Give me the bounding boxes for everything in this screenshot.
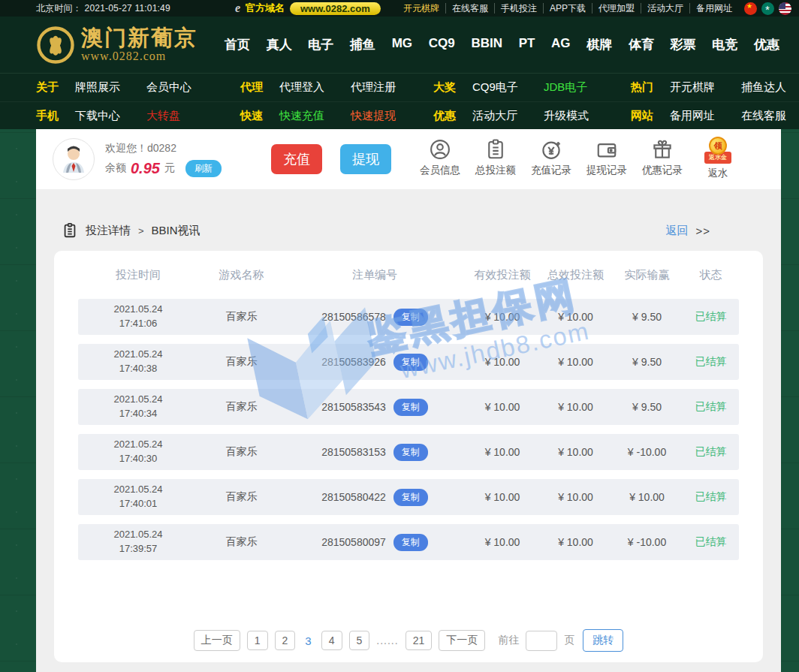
subnav-link[interactable]: 升级模式 (544, 109, 615, 123)
page-button[interactable]: 上一页 (194, 630, 240, 651)
page-button[interactable]: 1 (247, 631, 268, 650)
total-bets-link[interactable]: 总投注额 (468, 138, 523, 180)
topbar-link[interactable]: 手机投注 (494, 3, 543, 14)
gift-icon (651, 138, 674, 161)
total-bet-amount: ¥ 10.00 (540, 446, 611, 458)
deposit-button[interactable]: 充值 (271, 144, 322, 174)
main-nav-item[interactable]: BBIN (471, 36, 502, 53)
domain-pill[interactable]: www.0282.com (290, 2, 381, 15)
withdraw-record-link[interactable]: 提现记录 (579, 138, 635, 180)
table-body: 2021.05.2417:41:06 百家乐 28150586578 复制 ¥ … (78, 299, 739, 560)
main-nav-item[interactable]: 优惠 (754, 36, 779, 53)
topbar-link[interactable]: 备用网址 (689, 3, 738, 14)
copy-button[interactable]: 复制 (393, 399, 428, 416)
table-row: 2021.05.2417:39:57 百家乐 28150580097 复制 ¥ … (78, 524, 739, 560)
main-nav-item[interactable]: AG (551, 36, 571, 53)
main-nav-item[interactable]: 棋牌 (586, 36, 612, 53)
yen-coin-icon (540, 138, 562, 161)
main-nav-item[interactable]: 彩票 (671, 36, 696, 53)
subnav-link[interactable]: 代理登入 (279, 80, 351, 95)
copy-button[interactable]: 复制 (393, 444, 428, 461)
member-info-link[interactable]: 会员信息 (412, 138, 468, 180)
total-bet-amount: ¥ 10.00 (540, 401, 611, 413)
page-button[interactable]: 21 (406, 631, 433, 650)
main-nav-item[interactable]: 电子 (308, 36, 333, 53)
table-header-cell: 投注时间 (78, 268, 198, 282)
subnav-group: 大奖CQ9电子JDB电子 (433, 80, 631, 95)
secondary-navigation: 关于牌照展示会员中心代理代理登入代理注册大奖CQ9电子JDB电子热门开元棋牌捕鱼… (0, 73, 799, 129)
valid-bet-amount: ¥ 10.00 (465, 356, 540, 368)
win-loss-amount: ¥ 9.50 (611, 401, 683, 413)
subnav-link[interactable]: 开元棋牌 (670, 80, 741, 95)
topbar-link[interactable]: APP下载 (543, 3, 592, 14)
win-loss-amount: ¥ 9.50 (611, 311, 683, 323)
site-logo[interactable]: 澳门新葡京 www.0282.com (36, 26, 197, 65)
user-account-bar: 欢迎您！d0282 余额 0.95 元 刷新 充值 提现 会员信息 总投注额 充… (36, 129, 781, 189)
bet-time: 2021.05.2417:40:34 (78, 393, 198, 421)
copy-button[interactable]: 复制 (393, 534, 428, 551)
topbar-link[interactable]: 开元棋牌 (397, 3, 445, 14)
main-nav-item[interactable]: 体育 (629, 36, 654, 53)
page-button[interactable]: ...... (376, 634, 398, 646)
main-nav-item[interactable]: 真人 (267, 36, 292, 53)
valid-bet-amount: ¥ 10.00 (465, 311, 540, 323)
order-number: 28150586578 (321, 311, 386, 323)
copy-button[interactable]: 复制 (393, 309, 428, 326)
topbar-links: 开元棋牌在线客服手机投注APP下载代理加盟活动大厅备用网址 (397, 2, 738, 15)
subnav-link[interactable]: 备用网址 (670, 109, 741, 123)
main-nav-item[interactable]: PT (519, 36, 535, 53)
page-button[interactable]: 5 (349, 631, 370, 650)
topbar-link[interactable]: 代理加盟 (592, 3, 641, 14)
main-nav-item[interactable]: MG (392, 36, 412, 53)
subnav-link[interactable]: CQ9电子 (472, 80, 544, 95)
subnav-tag: 快速 (240, 109, 279, 123)
usa-flag-icon[interactable] (779, 2, 791, 15)
table-row: 2021.05.2417:41:06 百家乐 28150586578 复制 ¥ … (78, 299, 739, 335)
main-nav-item[interactable]: 电竞 (712, 36, 737, 53)
subnav-link[interactable]: 牌照展示 (75, 80, 146, 95)
subnav-link[interactable]: 下载中心 (75, 109, 146, 123)
macau-flag-icon[interactable] (761, 2, 774, 15)
breadcrumb-current: BBIN视讯 (152, 224, 201, 238)
subnav-link[interactable]: 快速充值 (279, 109, 351, 123)
subnav-group: 网站备用网址在线客服 (631, 109, 799, 123)
subnav-link[interactable]: 在线客服 (741, 109, 799, 123)
goto-page-input[interactable] (526, 631, 557, 651)
subnav-link[interactable]: JDB电子 (544, 80, 615, 95)
bet-time: 2021.05.2417:39:57 (78, 528, 198, 556)
subnav-tag: 大奖 (433, 80, 472, 95)
copy-button[interactable]: 复制 (393, 354, 428, 371)
withdraw-button[interactable]: 提现 (340, 144, 391, 174)
rebate-link[interactable]: 领 返水金 返水 (690, 138, 746, 180)
promo-record-link[interactable]: 优惠记录 (635, 138, 690, 180)
main-nav-item[interactable]: 捕鱼 (350, 36, 375, 53)
member-icon (429, 138, 451, 161)
copy-button[interactable]: 复制 (393, 489, 428, 506)
subnav-link[interactable]: 捕鱼达人 (741, 80, 799, 95)
page-button[interactable]: 3 (302, 631, 314, 650)
back-arrows-icon[interactable]: >> (695, 225, 710, 237)
back-link[interactable]: 返回 (665, 224, 688, 238)
subnav-link[interactable]: 活动大厅 (472, 109, 544, 123)
main-nav-item[interactable]: 首页 (225, 36, 250, 53)
subnav-link[interactable]: 快速提现 (351, 109, 422, 123)
page-button[interactable]: 4 (321, 631, 342, 650)
subnav-link[interactable]: 代理注册 (351, 80, 422, 95)
beijing-time: 北京时间： 2021-05-27 11:01:49 (36, 2, 170, 15)
total-bet-amount: ¥ 10.00 (540, 356, 611, 368)
subnav-link[interactable]: 大转盘 (146, 109, 218, 123)
topbar-link[interactable]: 活动大厅 (641, 3, 689, 14)
subnav-link[interactable]: 会员中心 (146, 80, 218, 95)
main-nav-item[interactable]: CQ9 (429, 36, 455, 53)
page-button[interactable]: 2 (275, 631, 296, 650)
topbar-link[interactable]: 在线客服 (445, 3, 494, 14)
game-name: 百家乐 (198, 490, 285, 504)
jump-button[interactable]: 跳转 (583, 629, 623, 652)
refresh-balance-button[interactable]: 刷新 (185, 160, 222, 177)
deposit-record-link[interactable]: 充值记录 (523, 138, 579, 180)
china-flag-icon[interactable] (744, 2, 757, 15)
table-header-cell: 注单编号 (285, 268, 465, 282)
breadcrumb: 投注详情 > BBIN视讯 返回 >> (36, 189, 781, 239)
subnav-row-1: 关于牌照展示会员中心代理代理登入代理注册大奖CQ9电子JDB电子热门开元棋牌捕鱼… (0, 74, 799, 101)
page-button[interactable]: 下一页 (439, 630, 485, 651)
